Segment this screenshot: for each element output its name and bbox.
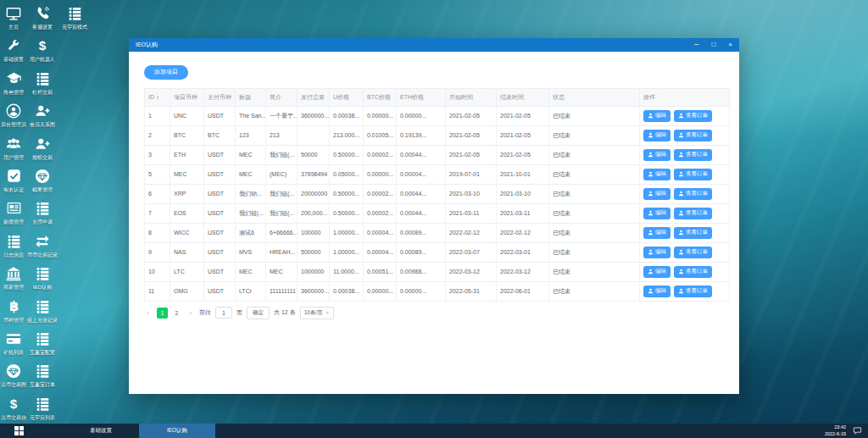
cell-status: 已结束 bbox=[549, 125, 640, 145]
close-button[interactable]: × bbox=[728, 38, 732, 52]
cell-status: 已结束 bbox=[549, 106, 640, 125]
cell-desc: 我们链(... bbox=[266, 145, 298, 164]
goto-page-input[interactable] bbox=[215, 307, 232, 319]
add-project-button[interactable]: 添加项目 bbox=[144, 65, 188, 80]
view-orders-button[interactable]: 查看订单 bbox=[674, 227, 712, 239]
user-icon bbox=[678, 152, 684, 158]
cell-desc: 111111111 bbox=[266, 281, 298, 301]
edit-button[interactable]: 编辑 bbox=[643, 208, 670, 219]
cell-pay: USDT bbox=[204, 203, 236, 223]
pagination-next-button[interactable]: › bbox=[186, 310, 195, 316]
column-header-9[interactable]: 开始时间 bbox=[446, 88, 497, 106]
cell-total: 3600000... bbox=[298, 281, 330, 301]
view-orders-button[interactable]: 查看订单 bbox=[674, 169, 712, 180]
edit-button[interactable]: 编辑 bbox=[643, 227, 670, 239]
page-unit-label: 页 bbox=[236, 308, 242, 317]
list-icon bbox=[7, 233, 21, 249]
column-header-6[interactable]: U价格 bbox=[330, 88, 364, 106]
desktop-icon-exchange-arrows[interactable]: 币币交易记录 bbox=[25, 233, 59, 259]
cell-end: 2022-03-12 bbox=[497, 262, 549, 281]
cell-end: 2021-10-01 bbox=[497, 164, 549, 184]
start-button[interactable] bbox=[0, 424, 37, 438]
cell-total: 3600000... bbox=[298, 106, 330, 125]
column-header-8[interactable]: ETH价格 bbox=[397, 88, 446, 106]
desktop-icon-list[interactable]: IEO认购 bbox=[25, 265, 59, 291]
gem-icon bbox=[35, 168, 50, 184]
desktop-icon-label: 互赢宝订单 bbox=[30, 381, 55, 389]
pagination-page-1[interactable]: 1 bbox=[157, 308, 168, 319]
desktop-icon-user-plus[interactable]: 期权交易 bbox=[25, 136, 59, 162]
column-header-3[interactable]: 标题 bbox=[236, 88, 266, 106]
user-icon bbox=[678, 288, 684, 295]
view-orders-button[interactable]: 查看订单 bbox=[674, 266, 712, 278]
desktop-icon-label: 矿机列表 bbox=[3, 349, 24, 357]
edit-button[interactable]: 编辑 bbox=[643, 188, 670, 200]
column-header-7[interactable]: BTC价格 bbox=[364, 88, 397, 106]
user-plus-icon bbox=[35, 103, 50, 119]
desktop-icon-list[interactable]: 互赢宝订单 bbox=[25, 363, 59, 389]
minimize-button[interactable]: ─ bbox=[694, 38, 699, 52]
notifications-chat-icon[interactable] bbox=[853, 426, 868, 435]
sort-carets-icon[interactable]: ▲▼ bbox=[156, 95, 159, 100]
user-icon bbox=[678, 210, 684, 217]
column-header-11[interactable]: 状态 bbox=[549, 88, 640, 106]
edit-button[interactable]: 编辑 bbox=[643, 110, 670, 122]
view-orders-button[interactable]: 查看订单 bbox=[674, 188, 712, 200]
cell-actions: 编辑查看订单 bbox=[640, 281, 730, 301]
cell-u_price: 1.00000... bbox=[330, 223, 364, 242]
edit-button[interactable]: 编辑 bbox=[643, 169, 670, 180]
desktop-icon-list[interactable]: 互赢宝配置 bbox=[25, 330, 59, 357]
column-header-5[interactable]: 发行总量 bbox=[298, 88, 330, 106]
desktop-icon-user-plus[interactable]: 会员关系图 bbox=[25, 103, 59, 129]
svg-text:฿: ฿ bbox=[8, 299, 18, 313]
desktop-icon-list[interactable]: 杠杆交易 bbox=[25, 70, 59, 97]
edit-button[interactable]: 编辑 bbox=[643, 130, 670, 141]
edit-button[interactable]: 编辑 bbox=[643, 286, 670, 297]
cell-title: 测试6 bbox=[236, 223, 266, 242]
taskbar-item-2[interactable]: IEO认购 bbox=[139, 424, 215, 438]
edit-button[interactable]: 编辑 bbox=[643, 247, 670, 258]
view-orders-button[interactable]: 查看订单 bbox=[674, 247, 712, 258]
column-header-12[interactable]: 操作 bbox=[640, 88, 730, 106]
column-header-10[interactable]: 结束时间 bbox=[497, 88, 549, 106]
edit-button[interactable]: 编辑 bbox=[643, 266, 670, 278]
desktop-icon-label: 互赢宝配置 bbox=[30, 349, 55, 357]
desktop-icon-label: 元宇宙模式 bbox=[62, 24, 87, 31]
cell-start: 2022-03-07 bbox=[446, 242, 497, 262]
goto-confirm-button[interactable]: 确定 bbox=[247, 307, 270, 319]
desktop-icon-dollar[interactable]: $用户机器人 bbox=[25, 37, 59, 64]
desktop-icon-list[interactable]: 元宇宙列表 bbox=[25, 396, 59, 422]
window-titlebar[interactable]: IEO认购 ─ □ × bbox=[129, 38, 739, 52]
edit-button[interactable]: 编辑 bbox=[643, 149, 670, 161]
cell-title: 我们销... bbox=[236, 184, 266, 203]
view-orders-button[interactable]: 查看订单 bbox=[674, 110, 712, 122]
column-header-1[interactable]: 项目币种 bbox=[170, 88, 204, 106]
desktop-icon-label: 商家管理 bbox=[3, 284, 24, 291]
cell-title: MEC bbox=[236, 262, 266, 281]
column-header-2[interactable]: 支付币种 bbox=[204, 88, 236, 106]
cell-desc: (MEC) bbox=[266, 164, 298, 184]
desktop-icon-gem[interactable]: 糖果管理 bbox=[25, 168, 59, 194]
column-header-0[interactable]: ID▲▼ bbox=[145, 88, 170, 106]
column-header-4[interactable]: 简介 bbox=[266, 88, 298, 106]
pagination-prev-button[interactable]: ‹ bbox=[144, 310, 153, 316]
pagination-page-2[interactable]: 2 bbox=[171, 308, 182, 319]
desktop-icon-list[interactable]: 元宇宙模式 bbox=[58, 5, 92, 31]
cell-btc_price: 0.00051... bbox=[364, 262, 397, 281]
dollar-icon: $ bbox=[36, 37, 49, 53]
maximize-button[interactable]: □ bbox=[711, 38, 715, 52]
taskbar-clock[interactable]: 23:42 2022-6-15 bbox=[825, 424, 853, 437]
desktop-icon-list[interactable]: 充币申请 bbox=[25, 200, 59, 226]
cell-pay: BTC bbox=[204, 125, 236, 145]
desktop-icon-label: 链上充值记录 bbox=[27, 317, 58, 324]
desktop-icon-phone[interactable]: 客服设置 bbox=[25, 5, 59, 31]
view-orders-button[interactable]: 查看订单 bbox=[674, 130, 712, 141]
view-orders-button[interactable]: 查看订单 bbox=[674, 149, 712, 161]
taskbar-item-1[interactable]: 基础设置 bbox=[63, 424, 139, 438]
view-orders-button[interactable]: 查看订单 bbox=[674, 286, 712, 297]
desktop-icon-list[interactable]: 链上充值记录 bbox=[25, 298, 59, 324]
cell-start: 2021-03-11 bbox=[446, 203, 497, 223]
view-orders-button[interactable]: 查看订单 bbox=[674, 208, 712, 219]
desktop-icon-label: 法币交易信 bbox=[1, 414, 26, 422]
page-size-select[interactable]: 10条/页 ▼ bbox=[300, 307, 334, 319]
